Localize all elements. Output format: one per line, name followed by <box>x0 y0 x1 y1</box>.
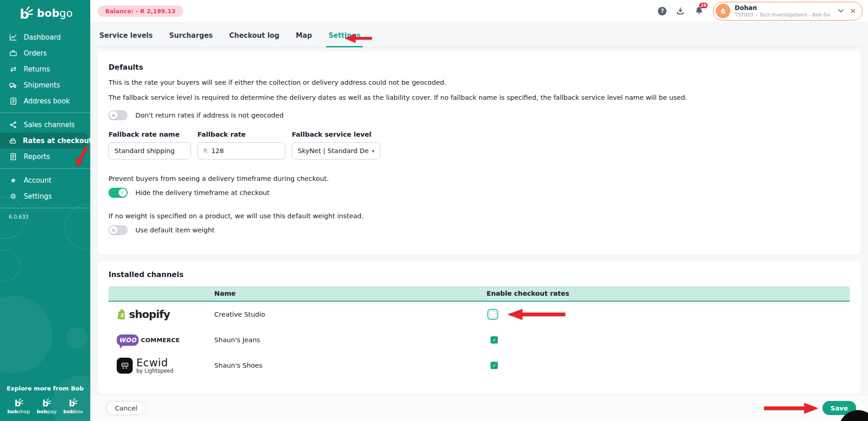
default-weight-toggle-label: Use default item weight <box>135 226 215 234</box>
installed-channels-card: Installed channels Name Enable checkout … <box>98 261 861 394</box>
app-version: 6.0.633 <box>9 214 90 220</box>
woocommerce-bubble-icon: WOO <box>117 334 139 346</box>
sidebar-item-returns[interactable]: ⇄ Returns <box>0 61 90 77</box>
annotation-arrow-save <box>764 401 820 415</box>
ecwid-wordmark: Ecwid <box>136 357 173 368</box>
sidebar-item-label: Shipments <box>24 81 60 89</box>
tab-checkout-log[interactable]: Checkout log <box>229 31 279 47</box>
close-session-icon[interactable]: × <box>850 7 856 15</box>
user-org: TST003 – Tech Investigations - Bob Go <box>734 12 830 18</box>
installed-channels-heading: Installed channels <box>108 270 850 279</box>
fallback-service-level-field: Fallback service level SkyNet | Standard… <box>292 131 380 159</box>
annotation-arrow-settings-tab <box>344 32 373 44</box>
enable-rates-checkbox[interactable] <box>491 362 498 369</box>
checkout-till-icon <box>9 137 17 145</box>
sidebar-divider <box>0 113 90 113</box>
default-weight-toggle[interactable] <box>108 225 128 235</box>
help-icon[interactable]: ? <box>658 7 666 15</box>
sidebar: b bobgo Dashboard Orders ⇄ Returns Shipm… <box>0 0 90 421</box>
caret-down-icon: ▾ <box>372 149 374 154</box>
brand-bobbox[interactable]: b bobbox <box>63 398 83 415</box>
column-header-enable: Enable checkout rates <box>460 286 596 301</box>
decorative-circle <box>0 250 20 282</box>
timeframe-note: Prevent buyers from seeing a delivery ti… <box>108 175 850 182</box>
network-icon <box>9 121 18 129</box>
fallback-rate-input[interactable] <box>211 147 279 154</box>
incognito-icon <box>719 7 727 15</box>
user-account-chip[interactable]: Dohan TST003 – Tech Investigations - Bob… <box>713 2 863 21</box>
tab-service-levels[interactable]: Service levels <box>99 31 153 47</box>
geocode-toggle[interactable] <box>108 110 128 120</box>
svg-text:S: S <box>120 313 124 318</box>
defaults-heading: Defaults <box>108 63 850 72</box>
bobbox-icon: b <box>68 398 78 408</box>
avatar <box>716 4 730 18</box>
main-content: Service levels Surcharges Checkout log M… <box>90 22 868 395</box>
notifications-bell[interactable]: 28 <box>694 5 704 17</box>
enable-rates-checkbox[interactable] <box>489 311 496 318</box>
fallback-service-level-select[interactable]: SkyNet | Standard Del... ▾ <box>292 142 380 159</box>
select-value: SkyNet | Standard Del... <box>298 147 368 154</box>
toggle-knob <box>119 189 127 197</box>
sidebar-item-account[interactable]: ★ Account <box>0 172 90 188</box>
timeframe-toggle-label: Hide the delivery timeframe at checkout <box>135 189 269 196</box>
explore-title: Explore more from Bob <box>0 385 90 392</box>
shopify-bag-icon: S <box>117 308 127 320</box>
timeframe-toggle[interactable] <box>108 188 128 198</box>
user-info: Dohan TST003 – Tech Investigations - Bob… <box>734 4 830 18</box>
brand-bobpay[interactable]: b bobpay <box>36 398 57 415</box>
sidebar-item-label: Reports <box>24 153 50 161</box>
defaults-intro-2: The fallback service level is required t… <box>108 94 850 101</box>
table-row: Ecwid by Lightspeed Shaun's Shoes <box>108 353 850 378</box>
sidebar-item-label: Returns <box>24 65 50 73</box>
sidebar-item-shipments[interactable]: Shipments <box>0 77 90 93</box>
sidebar-item-settings[interactable]: ⚙ Settings <box>0 188 90 204</box>
sidebar-nav: Dashboard Orders ⇄ Returns Shipments Add… <box>0 29 90 220</box>
tab-map[interactable]: Map <box>296 31 312 47</box>
bobgo-logo[interactable]: b bobgo <box>0 0 90 26</box>
weight-note: If no weight is specified on a product, … <box>108 212 850 220</box>
sidebar-item-label: Dashboard <box>24 33 61 41</box>
checkbox-focus-ring <box>487 309 498 320</box>
table-row: S shopify Creative Studio <box>108 302 850 327</box>
annotation-arrow-rates <box>64 143 90 170</box>
bobshop-icon: b <box>14 398 24 408</box>
fallback-rate-field: Fallback rate R <box>197 131 285 159</box>
action-footer: Cancel Save <box>90 395 868 421</box>
sidebar-item-dashboard[interactable]: Dashboard <box>0 29 90 45</box>
tab-bar: Service levels Surcharges Checkout log M… <box>98 22 861 47</box>
woocommerce-logo: WOO COMMERCE <box>117 327 180 353</box>
brand-label: bobbox <box>63 409 83 415</box>
brand-bobshop[interactable]: b bobshop <box>7 398 30 415</box>
brand-label: bobpay <box>36 409 57 415</box>
tab-surcharges[interactable]: Surcharges <box>169 31 213 47</box>
briefcase-icon <box>9 49 18 57</box>
currency-prefix: R <box>203 147 207 154</box>
cancel-button[interactable]: Cancel <box>106 401 146 415</box>
enable-rates-checkbox[interactable] <box>491 336 498 344</box>
dashboard-icon <box>9 33 18 41</box>
field-label: Fallback rate name <box>108 131 191 138</box>
field-label: Fallback rate <box>197 131 285 138</box>
chevron-down-icon[interactable] <box>838 9 844 13</box>
balance-badge: Balance: - R 2,189.13 <box>98 5 183 17</box>
column-header-name: Name <box>214 286 236 301</box>
gear-icon: ⚙ <box>9 192 18 200</box>
geocode-toggle-label: Don't return rates if address is not geo… <box>135 112 284 119</box>
sidebar-item-orders[interactable]: Orders <box>0 45 90 61</box>
fallback-rate-name-input[interactable] <box>114 147 185 154</box>
sidebar-item-sales-channels[interactable]: Sales channels <box>0 117 90 133</box>
toggle-knob <box>109 226 118 234</box>
report-icon <box>9 153 18 161</box>
returns-icon: ⇄ <box>9 65 18 73</box>
truck-icon <box>9 81 18 89</box>
download-icon[interactable] <box>676 6 685 16</box>
sidebar-item-label: Account <box>24 176 52 185</box>
ecwid-sub-wordmark: by Lightspeed <box>136 368 173 374</box>
defaults-card: Defaults This is the rate your buyers wi… <box>98 51 861 255</box>
sidebar-item-address-book[interactable]: Address book <box>0 93 90 109</box>
star-icon: ★ <box>9 176 18 185</box>
fallback-rate-name-field: Fallback rate name <box>108 131 191 159</box>
toggle-knob <box>109 111 118 119</box>
shopify-wordmark: shopify <box>129 308 170 320</box>
